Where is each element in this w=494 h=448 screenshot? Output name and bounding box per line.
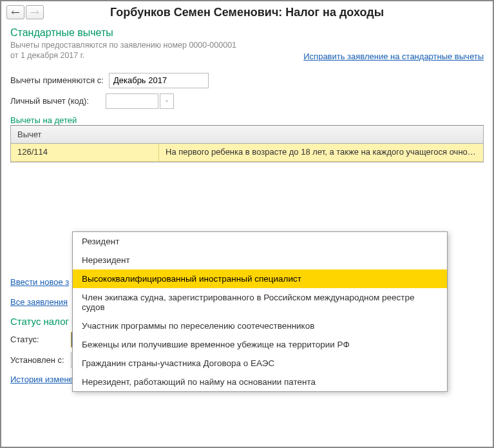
dropdown-option[interactable]: Гражданин страны-участника Договора о ЕА… xyxy=(73,354,447,373)
dropdown-option[interactable]: Участник программы по переселению соотеч… xyxy=(73,317,447,335)
status-dropdown-list: Резидент Нерезидент Высококвалифицирован… xyxy=(72,231,448,392)
new-application-link[interactable]: Ввести новое з xyxy=(10,277,69,287)
applied-from-label: Вычеты применяются с: xyxy=(10,75,104,85)
page-title: Горбунков Семен Семенович: Налог на дохо… xyxy=(45,6,488,19)
fix-application-link[interactable]: Исправить заявление на стандартные вычет… xyxy=(303,52,484,61)
established-label: Установлен с: xyxy=(10,355,67,365)
dropdown-option[interactable]: Нерезидент xyxy=(73,251,447,269)
deductions-section-title: Стандартные вычеты xyxy=(10,27,484,39)
dropdown-option[interactable]: Резидент xyxy=(73,232,447,251)
dropdown-option[interactable]: Высококвалифицированный иностранный спец… xyxy=(73,269,447,288)
personal-deduction-picker-button[interactable]: ▫ xyxy=(160,93,174,109)
nav-back-button[interactable]: 🡐 xyxy=(6,5,24,19)
deductions-subtitle: Вычеты предоставляются по заявлению номе… xyxy=(10,40,242,61)
deduction-code-cell: 126/114 xyxy=(11,144,159,161)
applied-from-input[interactable] xyxy=(109,73,209,88)
dropdown-option[interactable]: Нерезидент, работающий по найму на основ… xyxy=(73,373,447,391)
table-header: Вычет xyxy=(11,126,483,144)
dropdown-option[interactable]: Беженцы или получившие временное убежище… xyxy=(73,335,447,354)
children-deductions-title: Вычеты на детей xyxy=(10,115,484,125)
personal-deduction-label: Личный вычет (код): xyxy=(10,96,100,106)
deduction-desc-cell: На первого ребенка в возрасте до 18 лет,… xyxy=(159,144,483,161)
dropdown-option[interactable]: Член экипажа судна, зарегистрированного … xyxy=(73,288,447,317)
children-deductions-table: Вычет 126/114 На первого ребенка в возра… xyxy=(10,125,484,162)
personal-deduction-input[interactable] xyxy=(106,93,158,109)
table-row[interactable]: 126/114 На первого ребенка в возрасте до… xyxy=(11,144,483,162)
status-label: Статус: xyxy=(10,335,67,344)
all-applications-link[interactable]: Все заявления xyxy=(10,297,68,307)
nav-forward-button[interactable]: 🡒 xyxy=(26,5,44,19)
